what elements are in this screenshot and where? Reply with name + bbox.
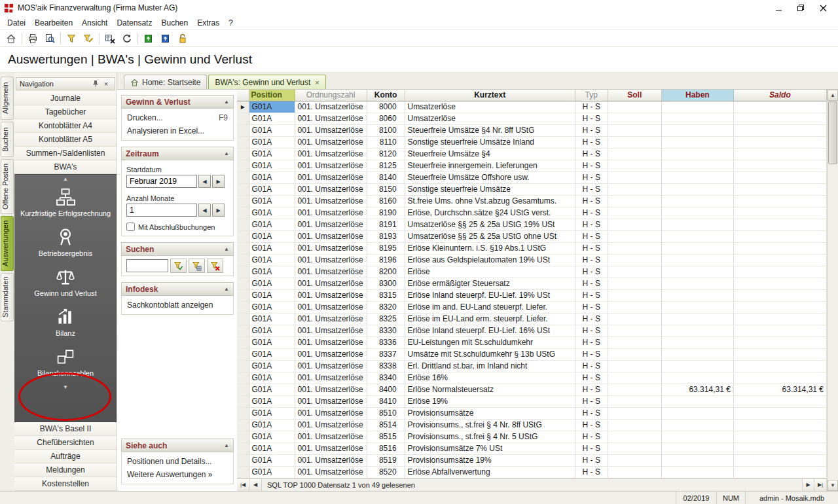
cell-ordnungszahl[interactable]: 001. Umsatzerlöse <box>295 230 367 242</box>
table-row[interactable]: ▶G01A001. Umsatzerlöse8000UmsatzerlöseH … <box>237 101 827 113</box>
menu-hilfe[interactable]: ? <box>224 17 238 29</box>
table-row[interactable]: G01A001. Umsatzerlöse8193Umsatzerlöse §§… <box>237 230 827 242</box>
cell-position[interactable]: G01A <box>249 136 295 148</box>
scroll-up-icon[interactable]: ▲ <box>63 175 68 183</box>
cell-typ[interactable]: H - S <box>575 289 608 301</box>
cell-haben[interactable] <box>661 301 733 313</box>
cell-konto[interactable]: 8060 <box>367 113 405 124</box>
cell-typ[interactable]: H - S <box>575 372 608 384</box>
table-row[interactable]: G01A001. Umsatzerlöse8400Erlöse Normalst… <box>237 384 827 395</box>
cell-typ[interactable]: H - S <box>575 360 608 372</box>
collapse-icon[interactable]: ▲ <box>224 286 229 292</box>
nav-item[interactable]: Summen-/Saldenlisten <box>14 147 117 160</box>
cell-kurztext[interactable]: Erlöse 19% <box>405 395 575 407</box>
cell-typ[interactable]: H - S <box>575 266 608 278</box>
sachkontoblatt-link[interactable]: Sachkontoblatt anzeigen <box>126 298 228 312</box>
cell-soll[interactable] <box>608 372 661 384</box>
cell-ordnungszahl[interactable]: 001. Umsatzerlöse <box>295 254 367 266</box>
cell-saldo[interactable] <box>733 336 826 348</box>
cell-position[interactable]: G01A <box>249 124 295 136</box>
row-selector[interactable] <box>237 266 249 278</box>
menu-extras[interactable]: Extras <box>192 17 224 29</box>
cell-konto[interactable]: 8196 <box>367 254 405 266</box>
last-record-button[interactable]: ▶| <box>814 479 827 491</box>
cell-kurztext[interactable]: Erl. Drittland st.bar, im Inland nicht <box>405 360 575 372</box>
cell-haben[interactable] <box>661 230 733 242</box>
row-selector[interactable] <box>237 278 249 289</box>
cell-ordnungszahl[interactable]: 001. Umsatzerlöse <box>295 431 367 442</box>
cell-soll[interactable] <box>608 266 661 278</box>
print-preview-button[interactable] <box>41 31 58 46</box>
cell-position[interactable]: G01A <box>249 431 295 442</box>
cell-haben[interactable] <box>661 148 733 160</box>
minimize-button[interactable] <box>767 1 790 15</box>
cell-typ[interactable]: H - S <box>575 278 608 289</box>
cell-soll[interactable] <box>608 431 661 442</box>
cell-position[interactable]: G01A <box>249 254 295 266</box>
section-header[interactable]: Infodesk ▲ <box>121 282 234 296</box>
row-selector[interactable] <box>237 160 249 171</box>
table-row[interactable]: G01A001. Umsatzerlöse8515Provisionsums.,… <box>237 431 827 442</box>
cell-konto[interactable]: 8315 <box>367 289 405 301</box>
lock-button[interactable] <box>174 31 191 46</box>
book-green-button[interactable] <box>140 31 157 46</box>
cell-kurztext[interactable]: Erlöse im and. EU-Land steuerpf. Liefer. <box>405 301 575 313</box>
row-selector[interactable] <box>237 419 249 431</box>
cell-konto[interactable]: 8193 <box>367 230 405 242</box>
cell-ordnungszahl[interactable]: 001. Umsatzerlöse <box>295 407 367 419</box>
cell-konto[interactable]: 8336 <box>367 336 405 348</box>
cell-konto[interactable]: 8195 <box>367 242 405 254</box>
cell-konto[interactable]: 8519 <box>367 454 405 466</box>
next-record-button[interactable]: ▶ <box>802 479 814 491</box>
nav-item[interactable]: Tagebücher <box>14 105 117 119</box>
table-row[interactable]: G01A001. Umsatzerlöse8514Provisionsums.,… <box>237 419 827 431</box>
cell-soll[interactable] <box>608 183 661 195</box>
cell-saldo[interactable] <box>733 266 826 278</box>
cell-position[interactable]: G01A <box>249 407 295 419</box>
cell-kurztext[interactable]: EU-Leistungen mit St.schuldumkehr <box>405 336 575 348</box>
table-row[interactable]: G01A001. Umsatzerlöse8516Provisionsumsät… <box>237 442 827 454</box>
cell-kurztext[interactable]: Erlöse im EU-Land erm. steuerpf. Liefer. <box>405 313 575 325</box>
nav-item[interactable]: Kostenstellen <box>14 477 117 491</box>
cell-kurztext[interactable]: Steuerfreie Umsätze §4 Nr. 8ff UStG <box>405 124 575 136</box>
table-row[interactable]: G01A001. Umsatzerlöse8325Erlöse im EU-La… <box>237 313 827 325</box>
cell-ordnungszahl[interactable]: 001. Umsatzerlöse <box>295 148 367 160</box>
table-row[interactable]: G01A001. Umsatzerlöse8150Sonstige steuer… <box>237 183 827 195</box>
drucken-link[interactable]: Drucken... F9 <box>126 111 228 124</box>
cell-ordnungszahl[interactable]: 001. Umsatzerlöse <box>295 219 367 230</box>
cell-saldo[interactable] <box>733 348 826 360</box>
cell-haben[interactable] <box>661 195 733 207</box>
nav-item[interactable]: Meldungen <box>14 463 117 477</box>
table-row[interactable]: G01A001. Umsatzerlöse8120Steuerfreie Ums… <box>237 148 827 160</box>
row-selector[interactable] <box>237 195 249 207</box>
module-tab-offene-posten[interactable]: Offene Posten <box>1 159 14 214</box>
cell-konto[interactable]: 8100 <box>367 124 405 136</box>
cell-haben[interactable] <box>661 442 733 454</box>
section-header[interactable]: Zeitraum ▲ <box>121 147 234 160</box>
cell-typ[interactable]: H - S <box>575 171 608 183</box>
cell-position[interactable]: G01A <box>249 301 295 313</box>
startdatum-next-button[interactable]: ▶ <box>212 175 225 188</box>
book-blue-button[interactable] <box>157 31 174 46</box>
cell-position[interactable]: G01A <box>249 242 295 254</box>
cell-haben[interactable] <box>661 242 733 254</box>
cell-konto[interactable]: 8325 <box>367 313 405 325</box>
cell-position[interactable]: G01A <box>249 195 295 207</box>
nav-item-bilanz[interactable]: Bilanz <box>16 303 115 343</box>
cell-soll[interactable] <box>608 230 661 242</box>
startdatum-input[interactable] <box>126 175 197 188</box>
row-selector[interactable] <box>237 454 249 466</box>
menu-buchen[interactable]: Buchen <box>156 17 192 29</box>
cell-haben[interactable] <box>661 278 733 289</box>
row-selector[interactable] <box>237 289 249 301</box>
cell-kurztext[interactable]: Erlöse Abfallverwertung <box>405 466 575 478</box>
cell-typ[interactable]: H - S <box>575 431 608 442</box>
cell-haben[interactable] <box>661 219 733 230</box>
cell-soll[interactable] <box>608 395 661 407</box>
cell-typ[interactable]: H - S <box>575 242 608 254</box>
cell-haben[interactable] <box>661 136 733 148</box>
cell-haben[interactable] <box>661 289 733 301</box>
cell-kurztext[interactable]: Erlöse aus Geldspielautomaten 19% USt <box>405 254 575 266</box>
header-position[interactable]: Position <box>249 90 295 101</box>
cell-konto[interactable]: 8410 <box>367 395 405 407</box>
